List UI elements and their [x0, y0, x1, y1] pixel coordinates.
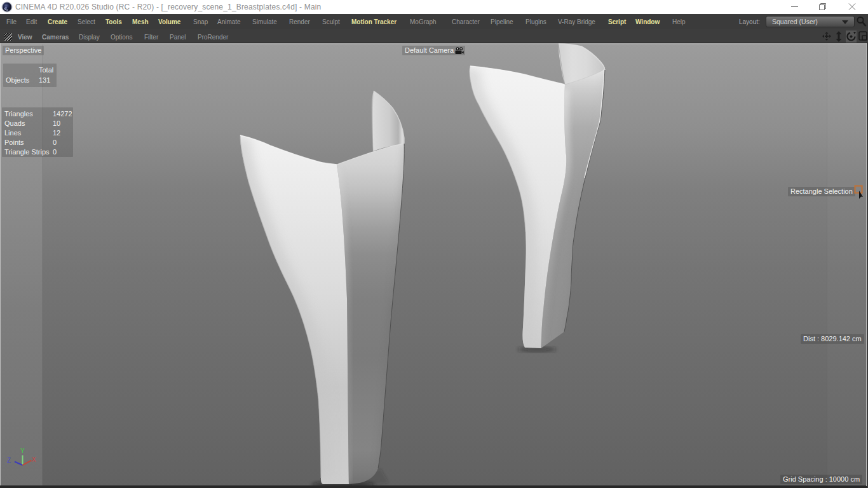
svg-text:Y: Y	[20, 447, 25, 454]
svg-text:Z: Z	[7, 457, 11, 464]
svg-text:X: X	[32, 456, 36, 463]
